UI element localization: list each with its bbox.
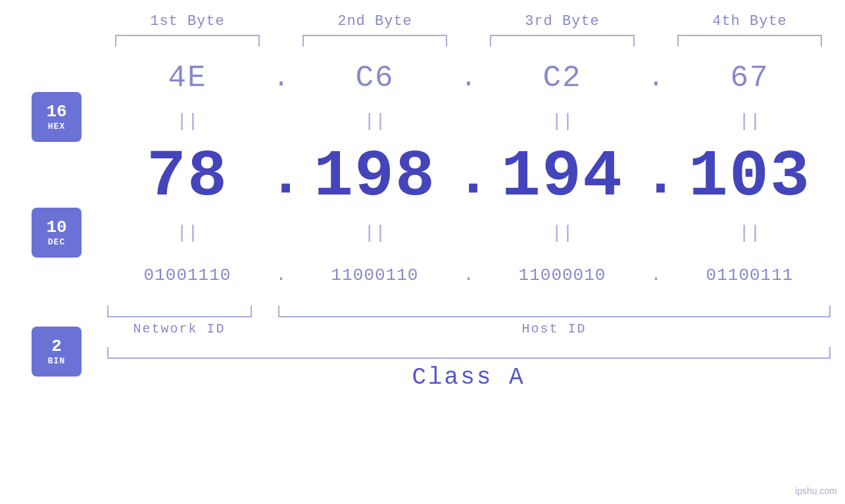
dot-2: .: [456, 64, 482, 93]
main-container: 1st Byte 2nd Byte 3rd Byte 4th Byte 16 H…: [0, 0, 845, 504]
hex-row: 4E . C6 . C2 . 67: [107, 52, 831, 104]
byte-header-1: 1st Byte: [107, 13, 268, 35]
eq-3: ||: [482, 111, 643, 131]
badge-dec: 10 DEC: [32, 208, 82, 258]
byte-header-3: 3rd Byte: [482, 13, 643, 35]
equals-row-2: || || || ||: [107, 216, 831, 249]
hex-val-2: C6: [295, 61, 456, 95]
dot-1: .: [268, 64, 295, 93]
dec-val-3: 194: [482, 140, 643, 214]
bin-val-4: 01100111: [669, 265, 831, 285]
hex-val-1: 4E: [107, 61, 268, 95]
watermark: ipshu.com: [795, 486, 837, 496]
byte-header-2: 2nd Byte: [295, 13, 456, 35]
dot-bin-2: .: [456, 265, 482, 285]
dec-val-2: 198: [295, 140, 456, 214]
dec-row: 78 . 198 . 194 . 103: [107, 137, 831, 216]
host-id-bracket: [278, 306, 831, 317]
bin-val-3: 11000010: [482, 265, 643, 285]
hex-val-4: 67: [669, 61, 831, 95]
class-label: Class A: [107, 364, 831, 391]
bin-val-1: 01001110: [107, 265, 268, 285]
bin-row: 01001110 . 11000110 . 11000010 . 0110011…: [107, 249, 831, 302]
bin-val-2: 11000110: [295, 265, 456, 285]
equals-row-1: || || || ||: [107, 104, 831, 137]
eq-5: ||: [107, 223, 268, 243]
dot-bin-1: .: [268, 265, 295, 285]
host-id-bracket-wrapper: Host ID: [278, 306, 831, 336]
eq-8: ||: [669, 223, 831, 243]
badge-bin: 2 BIN: [32, 327, 82, 377]
dot-dec-3: .: [643, 143, 669, 210]
badge-hex-label: HEX: [48, 122, 65, 131]
eq-7: ||: [482, 223, 643, 243]
badge-bin-num: 2: [51, 337, 62, 356]
network-id-label: Network ID: [133, 321, 225, 336]
dec-val-4: 103: [669, 140, 831, 214]
badges: 16 HEX 10 DEC 2 BIN: [32, 92, 82, 377]
class-section: Class A: [107, 347, 831, 391]
host-id-label: Host ID: [521, 321, 586, 336]
class-bracket: [107, 347, 831, 359]
badge-hex: 16 HEX: [32, 92, 82, 142]
dot-bin-3: .: [643, 265, 669, 285]
badge-dec-num: 10: [46, 218, 66, 237]
dec-val-1: 78: [107, 140, 268, 214]
eq-1: ||: [107, 111, 268, 131]
badge-bin-label: BIN: [48, 356, 65, 366]
hex-val-3: C2: [482, 61, 643, 95]
dot-dec-2: .: [456, 143, 482, 210]
network-id-bracket-wrapper: Network ID: [107, 306, 252, 336]
eq-6: ||: [295, 223, 456, 243]
eq-2: ||: [295, 111, 456, 131]
badge-hex-num: 16: [46, 103, 66, 122]
dot-dec-1: .: [268, 143, 295, 210]
network-id-bracket: [107, 306, 252, 317]
eq-4: ||: [669, 111, 831, 131]
dot-3: .: [643, 64, 669, 93]
byte-header-4: 4th Byte: [669, 13, 831, 35]
badge-dec-label: DEC: [48, 237, 65, 247]
